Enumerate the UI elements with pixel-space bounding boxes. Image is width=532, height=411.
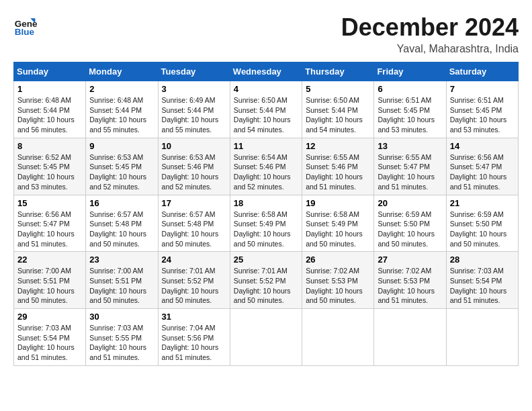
calendar-cell: 3 Sunrise: 6:49 AM Sunset: 5:44 PM Dayli… — [158, 81, 230, 138]
calendar-cell: 25 Sunrise: 7:01 AM Sunset: 5:52 PM Dayl… — [230, 252, 302, 309]
calendar-cell: 6 Sunrise: 6:51 AM Sunset: 5:45 PM Dayli… — [374, 81, 446, 138]
calendar-cell: 18 Sunrise: 6:58 AM Sunset: 5:49 PM Dayl… — [230, 195, 302, 252]
day-number: 1 — [17, 84, 82, 94]
day-number: 23 — [89, 255, 154, 265]
calendar-cell: 8 Sunrise: 6:52 AM Sunset: 5:45 PM Dayli… — [14, 138, 86, 195]
day-info: Sunrise: 6:59 AM Sunset: 5:50 PM Dayligh… — [378, 210, 442, 249]
day-info: Sunrise: 7:03 AM Sunset: 5:54 PM Dayligh… — [450, 266, 515, 306]
day-info: Sunrise: 6:51 AM Sunset: 5:45 PM Dayligh… — [378, 95, 442, 135]
day-info: Sunrise: 7:02 AM Sunset: 5:53 PM Dayligh… — [378, 266, 442, 306]
day-info: Sunrise: 6:48 AM Sunset: 5:44 PM Dayligh… — [89, 95, 154, 135]
calendar-body: 1 Sunrise: 6:48 AM Sunset: 5:44 PM Dayli… — [14, 81, 519, 366]
day-info: Sunrise: 6:51 AM Sunset: 5:45 PM Dayligh… — [450, 95, 515, 135]
calendar-week-2: 8 Sunrise: 6:52 AM Sunset: 5:45 PM Dayli… — [14, 138, 519, 195]
day-info: Sunrise: 6:56 AM Sunset: 5:47 PM Dayligh… — [450, 152, 515, 192]
day-number: 13 — [378, 141, 442, 151]
day-number: 7 — [450, 84, 515, 94]
month-title: December 2024 — [341, 13, 519, 42]
calendar-week-5: 29 Sunrise: 7:03 AM Sunset: 5:54 PM Dayl… — [14, 309, 519, 366]
calendar-cell: 24 Sunrise: 7:01 AM Sunset: 5:52 PM Dayl… — [158, 252, 230, 309]
calendar-cell: 9 Sunrise: 6:53 AM Sunset: 5:45 PM Dayli… — [86, 138, 158, 195]
day-number: 27 — [378, 255, 442, 265]
day-number: 11 — [234, 141, 298, 151]
calendar-cell: 27 Sunrise: 7:02 AM Sunset: 5:53 PM Dayl… — [374, 252, 446, 309]
calendar-cell — [374, 309, 446, 366]
calendar-week-1: 1 Sunrise: 6:48 AM Sunset: 5:44 PM Dayli… — [14, 81, 519, 138]
weekday-header-monday: Monday — [86, 62, 158, 81]
calendar-cell: 11 Sunrise: 6:54 AM Sunset: 5:46 PM Dayl… — [230, 138, 302, 195]
calendar-cell: 2 Sunrise: 6:48 AM Sunset: 5:44 PM Dayli… — [86, 81, 158, 138]
location: Yaval, Maharashtra, India — [341, 43, 519, 55]
day-info: Sunrise: 7:03 AM Sunset: 5:55 PM Dayligh… — [89, 323, 154, 363]
day-info: Sunrise: 6:49 AM Sunset: 5:44 PM Dayligh… — [162, 95, 226, 135]
calendar-cell: 19 Sunrise: 6:58 AM Sunset: 5:49 PM Dayl… — [302, 195, 374, 252]
calendar-cell: 5 Sunrise: 6:50 AM Sunset: 5:44 PM Dayli… — [302, 81, 374, 138]
calendar-cell: 29 Sunrise: 7:03 AM Sunset: 5:54 PM Dayl… — [14, 309, 86, 366]
day-info: Sunrise: 6:53 AM Sunset: 5:46 PM Dayligh… — [162, 152, 226, 192]
day-info: Sunrise: 7:01 AM Sunset: 5:52 PM Dayligh… — [234, 266, 298, 306]
weekday-header-sunday: Sunday — [14, 62, 86, 81]
day-number: 19 — [306, 198, 370, 208]
day-info: Sunrise: 6:53 AM Sunset: 5:45 PM Dayligh… — [89, 152, 154, 192]
day-number: 18 — [234, 198, 298, 208]
day-info: Sunrise: 6:54 AM Sunset: 5:46 PM Dayligh… — [234, 152, 298, 192]
day-info: Sunrise: 6:56 AM Sunset: 5:47 PM Dayligh… — [17, 210, 82, 249]
day-number: 5 — [306, 84, 370, 94]
calendar-cell — [230, 309, 302, 366]
day-number: 2 — [89, 84, 154, 94]
day-number: 31 — [162, 312, 226, 322]
calendar-table: SundayMondayTuesdayWednesdayThursdayFrid… — [13, 62, 519, 366]
day-info: Sunrise: 6:50 AM Sunset: 5:44 PM Dayligh… — [234, 95, 298, 135]
calendar-cell: 30 Sunrise: 7:03 AM Sunset: 5:55 PM Dayl… — [86, 309, 158, 366]
weekday-header-tuesday: Tuesday — [158, 62, 230, 81]
logo: General Blue — [13, 13, 38, 38]
calendar-cell: 12 Sunrise: 6:55 AM Sunset: 5:46 PM Dayl… — [302, 138, 374, 195]
calendar-cell: 10 Sunrise: 6:53 AM Sunset: 5:46 PM Dayl… — [158, 138, 230, 195]
calendar-cell: 7 Sunrise: 6:51 AM Sunset: 5:45 PM Dayli… — [446, 81, 518, 138]
day-info: Sunrise: 7:04 AM Sunset: 5:56 PM Dayligh… — [162, 323, 226, 363]
day-number: 12 — [306, 141, 370, 151]
day-number: 6 — [378, 84, 442, 94]
day-info: Sunrise: 6:50 AM Sunset: 5:44 PM Dayligh… — [306, 95, 370, 135]
day-number: 10 — [162, 141, 226, 151]
day-number: 14 — [450, 141, 515, 151]
page-header: General Blue December 2024 Yaval, Mahara… — [13, 13, 519, 55]
calendar-cell: 13 Sunrise: 6:55 AM Sunset: 5:47 PM Dayl… — [374, 138, 446, 195]
title-area: December 2024 Yaval, Maharashtra, India — [341, 13, 519, 55]
day-number: 3 — [162, 84, 226, 94]
day-number: 8 — [17, 141, 82, 151]
calendar-cell — [302, 309, 374, 366]
calendar-header-row: SundayMondayTuesdayWednesdayThursdayFrid… — [14, 62, 519, 81]
day-number: 17 — [162, 198, 226, 208]
day-number: 25 — [234, 255, 298, 265]
day-info: Sunrise: 6:59 AM Sunset: 5:50 PM Dayligh… — [450, 210, 515, 249]
logo-icon: General Blue — [13, 13, 38, 38]
day-number: 28 — [450, 255, 515, 265]
calendar-cell: 15 Sunrise: 6:56 AM Sunset: 5:47 PM Dayl… — [14, 195, 86, 252]
day-info: Sunrise: 6:55 AM Sunset: 5:46 PM Dayligh… — [306, 152, 370, 192]
day-number: 4 — [234, 84, 298, 94]
calendar-cell: 17 Sunrise: 6:57 AM Sunset: 5:48 PM Dayl… — [158, 195, 230, 252]
day-info: Sunrise: 6:58 AM Sunset: 5:49 PM Dayligh… — [306, 210, 370, 249]
weekday-header-thursday: Thursday — [302, 62, 374, 81]
day-info: Sunrise: 7:00 AM Sunset: 5:51 PM Dayligh… — [89, 266, 154, 306]
calendar-cell: 26 Sunrise: 7:02 AM Sunset: 5:53 PM Dayl… — [302, 252, 374, 309]
day-number: 29 — [17, 312, 82, 322]
weekday-header-saturday: Saturday — [446, 62, 518, 81]
day-number: 30 — [89, 312, 154, 322]
day-info: Sunrise: 6:57 AM Sunset: 5:48 PM Dayligh… — [89, 210, 154, 249]
calendar-cell: 4 Sunrise: 6:50 AM Sunset: 5:44 PM Dayli… — [230, 81, 302, 138]
day-info: Sunrise: 6:48 AM Sunset: 5:44 PM Dayligh… — [17, 95, 82, 135]
calendar-week-3: 15 Sunrise: 6:56 AM Sunset: 5:47 PM Dayl… — [14, 195, 519, 252]
weekday-header-friday: Friday — [374, 62, 446, 81]
calendar-week-4: 22 Sunrise: 7:00 AM Sunset: 5:51 PM Dayl… — [14, 252, 519, 309]
day-info: Sunrise: 7:00 AM Sunset: 5:51 PM Dayligh… — [17, 266, 82, 306]
day-info: Sunrise: 7:01 AM Sunset: 5:52 PM Dayligh… — [162, 266, 226, 306]
day-number: 26 — [306, 255, 370, 265]
calendar-cell: 14 Sunrise: 6:56 AM Sunset: 5:47 PM Dayl… — [446, 138, 518, 195]
day-number: 24 — [162, 255, 226, 265]
calendar-cell: 20 Sunrise: 6:59 AM Sunset: 5:50 PM Dayl… — [374, 195, 446, 252]
calendar-cell: 21 Sunrise: 6:59 AM Sunset: 5:50 PM Dayl… — [446, 195, 518, 252]
day-info: Sunrise: 6:58 AM Sunset: 5:49 PM Dayligh… — [234, 210, 298, 249]
calendar-cell: 22 Sunrise: 7:00 AM Sunset: 5:51 PM Dayl… — [14, 252, 86, 309]
